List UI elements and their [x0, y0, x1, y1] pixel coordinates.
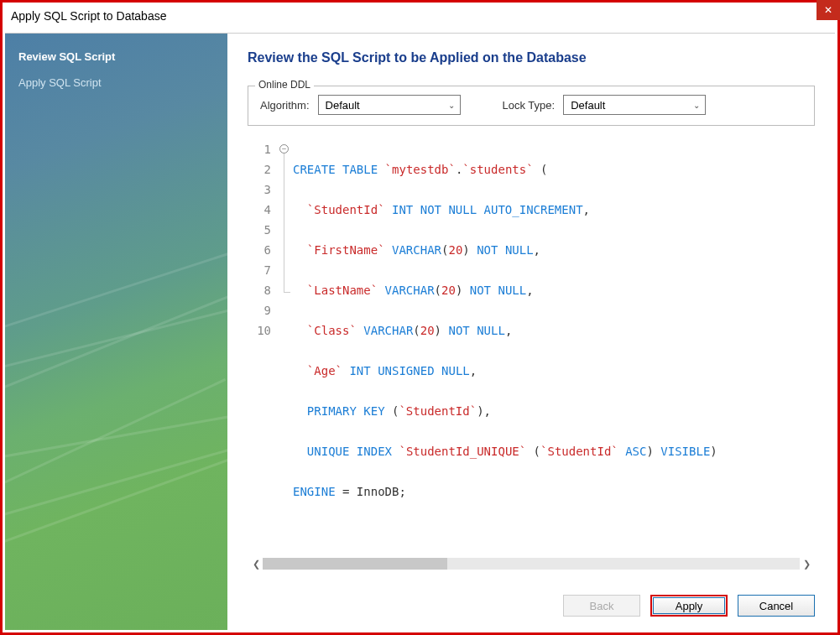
fold-collapse-icon[interactable]: − — [279, 144, 289, 154]
scroll-right-icon[interactable]: ❯ — [800, 559, 813, 570]
code-area[interactable]: CREATE TABLE `mytestdb`.`students` ( `St… — [293, 139, 815, 553]
algorithm-label: Algorithm: — [260, 99, 310, 112]
close-button[interactable]: ✕ — [817, 0, 840, 20]
body: Review SQL Script Apply SQL Script Revie… — [5, 33, 835, 630]
back-button: Back — [563, 595, 640, 617]
apply-button[interactable]: Apply — [650, 595, 728, 617]
online-ddl-row: Algorithm: Default ⌄ Lock Type: Default … — [260, 95, 802, 115]
titlebar: Apply SQL Script to Database ✕ — [3, 3, 837, 29]
line-gutter: 1 2 3 4 5 6 7 8 9 10 — [248, 139, 276, 553]
button-row: Back Apply Cancel — [248, 571, 815, 622]
line-number: 4 — [248, 200, 271, 220]
scroll-track[interactable] — [263, 558, 800, 570]
scroll-left-icon[interactable]: ❮ — [249, 559, 263, 570]
line-number: 3 — [248, 180, 271, 200]
online-ddl-legend: Online DDL — [255, 79, 314, 91]
line-number: 10 — [248, 320, 271, 341]
line-number: 1 — [248, 139, 271, 159]
window-title: Apply SQL Script to Database — [11, 9, 166, 23]
line-number: 2 — [248, 159, 271, 180]
sidebar-item-label: Review SQL Script — [18, 50, 115, 63]
content-pane: Review the SQL Script to be Applied on t… — [227, 34, 835, 630]
locktype-value: Default — [571, 99, 605, 112]
fold-column: − — [276, 139, 293, 553]
close-icon: ✕ — [824, 4, 832, 16]
line-number: 5 — [248, 220, 271, 240]
page-heading: Review the SQL Script to be Applied on t… — [248, 50, 815, 65]
chevron-down-icon: ⌄ — [448, 101, 455, 110]
line-number: 9 — [248, 300, 271, 320]
cancel-button[interactable]: Cancel — [738, 595, 815, 617]
algorithm-value: Default — [326, 99, 360, 112]
sidebar-item-review[interactable]: Review SQL Script — [5, 44, 227, 70]
locktype-select[interactable]: Default ⌄ — [563, 95, 706, 115]
scroll-thumb[interactable] — [263, 558, 447, 570]
line-number: 6 — [248, 240, 271, 260]
horizontal-scrollbar[interactable]: ❮ ❯ — [248, 556, 815, 571]
algorithm-select[interactable]: Default ⌄ — [318, 95, 461, 115]
locktype-label: Lock Type: — [503, 99, 556, 112]
dialog-window: Apply SQL Script to Database ✕ Review SQ… — [0, 0, 840, 635]
line-number: 7 — [248, 260, 271, 280]
sidebar: Review SQL Script Apply SQL Script — [5, 34, 227, 630]
online-ddl-group: Online DDL Algorithm: Default ⌄ Lock Typ… — [248, 86, 815, 126]
sql-editor[interactable]: 1 2 3 4 5 6 7 8 9 10 − CREATE TABLE `myt… — [248, 139, 815, 553]
sidebar-item-apply[interactable]: Apply SQL Script — [5, 70, 227, 96]
sidebar-item-label: Apply SQL Script — [18, 76, 102, 89]
line-number: 8 — [248, 280, 271, 300]
chevron-down-icon: ⌄ — [693, 101, 700, 110]
